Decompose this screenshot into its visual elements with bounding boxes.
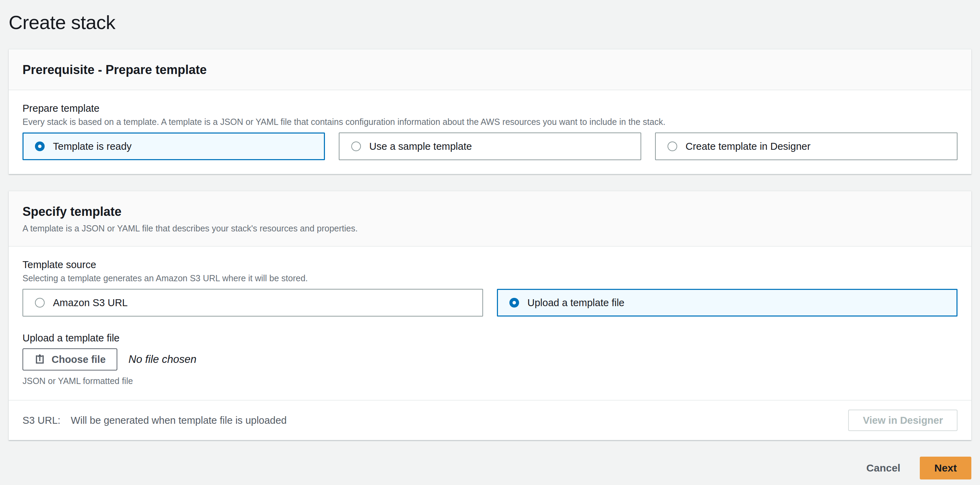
- upload-template-label: Upload a template file: [22, 332, 958, 344]
- page-title: Create stack: [9, 11, 971, 33]
- tile-label: Amazon S3 URL: [53, 297, 128, 308]
- upload-row: Choose file No file chosen: [22, 348, 958, 371]
- file-status-text: No file chosen: [128, 353, 196, 366]
- prepare-template-description: Every stack is based on a template. A te…: [22, 116, 958, 127]
- s3-url-row: S3 URL: Will be generated when template …: [22, 415, 287, 426]
- specify-template-panel: Specify template A template is a JSON or…: [9, 191, 971, 440]
- upload-hint: JSON or YAML formatted file: [22, 376, 958, 386]
- choose-file-button[interactable]: Choose file: [22, 348, 117, 371]
- prepare-template-label: Prepare template: [22, 102, 958, 114]
- prerequisite-panel-title: Prerequisite - Prepare template: [22, 63, 958, 77]
- tile-template-is-ready[interactable]: Template is ready: [22, 132, 325, 160]
- view-in-designer-button[interactable]: View in Designer: [848, 410, 958, 431]
- tile-create-template-in-designer[interactable]: Create template in Designer: [655, 132, 958, 160]
- specify-template-panel-body: Template source Selecting a template gen…: [9, 246, 971, 400]
- upload-icon: [34, 354, 45, 365]
- create-stack-page: Create stack Prerequisite - Prepare temp…: [0, 0, 980, 485]
- cancel-button[interactable]: Cancel: [867, 462, 900, 474]
- template-source-description: Selecting a template generates an Amazon…: [22, 273, 958, 283]
- tile-label: Create template in Designer: [686, 141, 810, 152]
- s3-url-label: S3 URL:: [22, 415, 60, 426]
- tile-use-sample-template[interactable]: Use a sample template: [339, 132, 641, 160]
- prerequisite-panel: Prerequisite - Prepare template Prepare …: [9, 49, 971, 174]
- upload-template-field: Upload a template file Choose file No fi: [22, 332, 958, 386]
- specify-template-panel-title: Specify template: [22, 204, 958, 219]
- template-source-label: Template source: [22, 258, 958, 271]
- next-button[interactable]: Next: [920, 456, 971, 479]
- specify-template-panel-description: A template is a JSON or YAML file that d…: [22, 223, 958, 234]
- choose-file-label: Choose file: [52, 354, 105, 365]
- radio-unchecked-icon[interactable]: [668, 142, 677, 151]
- tile-amazon-s3-url[interactable]: Amazon S3 URL: [22, 289, 483, 316]
- prerequisite-panel-body: Prepare template Every stack is based on…: [9, 90, 971, 174]
- tile-label: Use a sample template: [369, 141, 472, 152]
- specify-template-panel-footer: S3 URL: Will be generated when template …: [9, 400, 971, 440]
- tile-upload-template-file[interactable]: Upload a template file: [497, 289, 958, 316]
- radio-checked-icon[interactable]: [509, 298, 519, 307]
- specify-template-panel-header: Specify template A template is a JSON or…: [9, 191, 971, 246]
- tile-label: Upload a template file: [527, 297, 625, 308]
- radio-unchecked-icon[interactable]: [35, 298, 45, 307]
- radio-unchecked-icon[interactable]: [351, 142, 361, 151]
- radio-checked-icon[interactable]: [35, 142, 45, 151]
- prepare-template-radio-group: Template is ready Use a sample template …: [22, 132, 958, 160]
- s3-url-value: Will be generated when template file is …: [71, 415, 287, 426]
- tile-label: Template is ready: [53, 141, 132, 152]
- prerequisite-panel-header: Prerequisite - Prepare template: [9, 49, 971, 90]
- template-source-radio-group: Amazon S3 URL Upload a template file: [22, 289, 958, 316]
- wizard-actions: Cancel Next: [9, 456, 971, 485]
